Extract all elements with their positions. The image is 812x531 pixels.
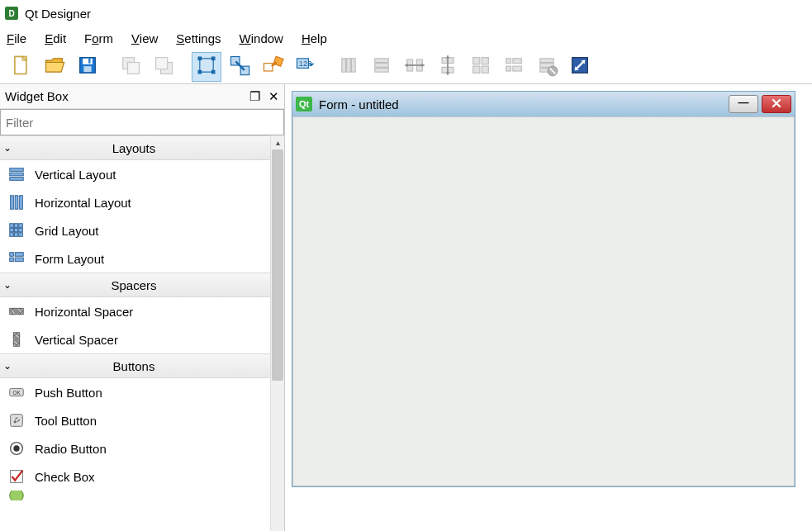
svg-rect-26 xyxy=(352,59,356,72)
edit-buddies-button[interactable] xyxy=(258,52,287,82)
svg-rect-7 xyxy=(128,63,140,74)
form-layout-icon xyxy=(7,249,26,268)
widget-box-panel: Widget Box ❐ ✕ ⌄ Layouts Vertical Layout… xyxy=(0,84,285,531)
layout-horizontal-splitter-button[interactable] xyxy=(400,52,430,82)
svg-rect-28 xyxy=(375,64,388,68)
category-layouts[interactable]: ⌄ Layouts xyxy=(0,135,284,160)
scrollbar-thumb[interactable] xyxy=(272,149,283,381)
widget-push-button[interactable]: OK Push Button xyxy=(0,378,284,406)
close-panel-button[interactable]: ✕ xyxy=(268,89,279,104)
widget-label: Horizontal Layout xyxy=(35,196,131,210)
menubar: File Edit Form View Settings Window Help xyxy=(0,26,812,50)
svg-rect-13 xyxy=(198,70,202,74)
widget-tool-button[interactable]: Tool Button xyxy=(0,406,284,434)
tab-order-icon: 123 xyxy=(294,54,317,79)
svg-rect-77 xyxy=(13,333,19,347)
form-body[interactable] xyxy=(292,116,795,486)
widget-radio-button[interactable]: Radio Button xyxy=(0,434,284,462)
buddies-icon xyxy=(261,54,284,79)
new-button[interactable] xyxy=(7,52,36,82)
svg-rect-12 xyxy=(211,57,216,61)
widget-horizontal-spacer[interactable]: Horizontal Spacer xyxy=(0,297,284,325)
open-button[interactable] xyxy=(40,52,69,82)
svg-rect-74 xyxy=(10,258,14,262)
widget-partial-row[interactable] xyxy=(0,491,284,500)
svg-rect-9 xyxy=(156,58,168,69)
svg-rect-67 xyxy=(14,228,18,232)
svg-rect-20 xyxy=(273,56,283,66)
h-splitter-icon xyxy=(403,54,426,79)
new-file-icon xyxy=(10,54,33,79)
close-x-icon xyxy=(771,97,782,111)
app-icon: D xyxy=(5,7,18,20)
horizontal-layout-icon xyxy=(7,192,26,212)
close-button[interactable] xyxy=(762,95,791,113)
edit-tab-order-button[interactable]: 123 xyxy=(291,52,321,82)
filter-input[interactable] xyxy=(1,110,283,135)
widget-box-scrollbar[interactable]: ▴ xyxy=(270,135,284,531)
adjust-size-button[interactable] xyxy=(565,52,595,82)
widget-form-layout[interactable]: Form Layout xyxy=(0,244,284,273)
widget-box-title: Widget Box xyxy=(5,89,69,103)
svg-point-82 xyxy=(13,445,19,451)
grid-layout-icon xyxy=(7,220,26,240)
menu-view[interactable]: View xyxy=(131,31,158,45)
save-button[interactable] xyxy=(73,52,102,82)
design-canvas[interactable]: Qt Form - untitled — xyxy=(285,84,812,531)
svg-rect-58 xyxy=(10,173,24,176)
send-back-button[interactable] xyxy=(116,52,145,82)
break-layout-icon xyxy=(535,54,558,79)
layout-vertical-button[interactable] xyxy=(367,52,397,82)
menu-edit[interactable]: Edit xyxy=(45,31,66,45)
svg-text:OK: OK xyxy=(12,390,21,396)
menu-help[interactable]: Help xyxy=(302,31,327,45)
svg-rect-66 xyxy=(10,228,14,232)
layout-vertical-splitter-button[interactable] xyxy=(433,52,463,82)
svg-rect-14 xyxy=(211,70,216,74)
layout-grid-button[interactable] xyxy=(466,52,496,82)
bring-front-button[interactable] xyxy=(149,52,178,82)
svg-rect-60 xyxy=(11,196,14,210)
tool-button-icon xyxy=(7,410,26,430)
widget-horizontal-layout[interactable]: Horizontal Layout xyxy=(0,188,284,216)
svg-rect-73 xyxy=(15,253,23,257)
break-layout-button[interactable] xyxy=(532,52,562,82)
layout-form-button[interactable] xyxy=(499,52,529,82)
category-spacers[interactable]: ⌄ Spacers xyxy=(0,273,284,297)
layout-horizontal-icon xyxy=(337,54,360,79)
svg-rect-24 xyxy=(342,59,346,72)
svg-rect-69 xyxy=(10,233,14,237)
minimize-button[interactable]: — xyxy=(729,95,758,113)
widget-vertical-spacer[interactable]: Vertical Spacer xyxy=(0,325,284,353)
category-buttons[interactable]: ⌄ Buttons xyxy=(0,353,284,378)
svg-rect-40 xyxy=(473,58,480,64)
svg-rect-11 xyxy=(198,57,202,61)
widget-check-box[interactable]: Check Box xyxy=(0,462,284,491)
form-window[interactable]: Qt Form - untitled — xyxy=(292,91,795,487)
svg-rect-62 xyxy=(20,196,23,210)
edit-widgets-button[interactable] xyxy=(192,52,221,82)
menu-form[interactable]: Form xyxy=(84,31,113,45)
form-titlebar[interactable]: Qt Form - untitled — xyxy=(292,92,795,116)
widget-filter-field[interactable] xyxy=(0,109,284,135)
svg-rect-63 xyxy=(10,224,14,228)
svg-rect-25 xyxy=(347,59,351,72)
menu-window[interactable]: Window xyxy=(240,31,283,45)
layout-vertical-icon xyxy=(370,54,393,79)
scroll-up-icon: ▴ xyxy=(271,135,284,149)
menu-settings[interactable]: Settings xyxy=(176,31,221,45)
checkbox-icon xyxy=(7,467,26,486)
toolbar: 123 xyxy=(0,50,812,84)
widget-label: Check Box xyxy=(35,470,95,484)
menu-file[interactable]: File xyxy=(7,31,26,45)
vertical-spacer-icon xyxy=(7,330,26,349)
vertical-layout-icon xyxy=(7,164,26,184)
layout-horizontal-button[interactable] xyxy=(334,52,363,82)
widget-grid-layout[interactable]: Grid Layout xyxy=(0,216,284,244)
widget-label: Radio Button xyxy=(35,442,107,456)
svg-rect-29 xyxy=(375,69,388,73)
widget-vertical-layout[interactable]: Vertical Layout xyxy=(0,160,284,188)
send-back-icon xyxy=(119,54,142,79)
edit-signals-button[interactable] xyxy=(225,52,254,82)
dock-undock-button[interactable]: ❐ xyxy=(249,89,260,104)
